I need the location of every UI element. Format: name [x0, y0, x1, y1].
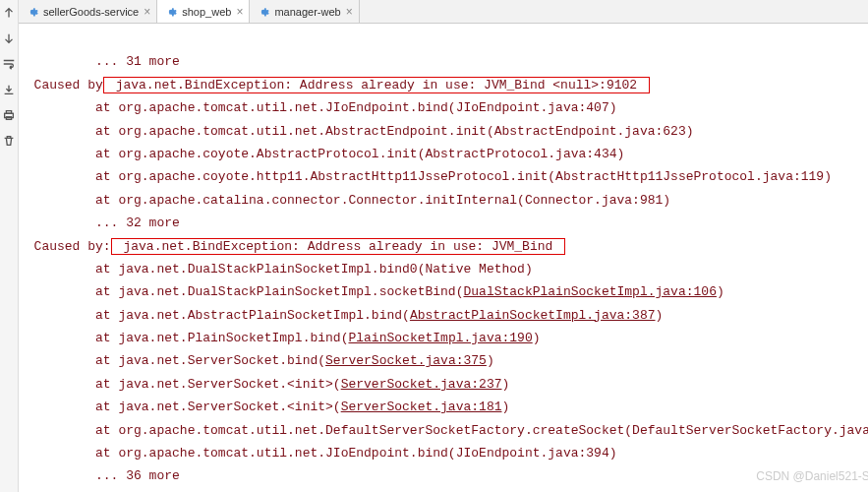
stack-line: at org.apache.tomcat.util.net.AbstractEn…: [19, 124, 694, 139]
boxed-exception: java.net.BindException: Address already …: [111, 238, 565, 255]
stack-line: at org.apache.tomcat.util.net.DefaultSer…: [19, 423, 868, 438]
stack-line: at java.net.DualStackPlainSocketImpl.soc…: [19, 284, 463, 299]
trash-icon[interactable]: [0, 132, 18, 150]
tab-shop-web[interactable]: shop_web ×: [157, 0, 250, 23]
stack-line: at org.apache.coyote.http11.AbstractHttp…: [19, 169, 832, 184]
stack-line: Caused by:: [19, 239, 111, 254]
stack-line: at java.net.ServerSocket.<init>(: [19, 400, 341, 414]
stack-line: Caused by: [19, 78, 103, 92]
stack-line: at java.net.ServerSocket.bind(: [19, 353, 325, 368]
stack-line: at org.apache.catalina.connector.Connect…: [19, 193, 670, 208]
source-link[interactable]: AbstractPlainSocketImpl.java:387: [410, 308, 656, 323]
boxed-exception: java.net.BindException: Address already …: [103, 77, 650, 93]
tab-label: sellerGoods-service: [43, 6, 139, 18]
tab-manager-web[interactable]: manager-web ×: [250, 0, 359, 23]
svg-rect-1: [6, 111, 11, 114]
stack-line: ... 31 more: [19, 54, 180, 69]
stack-line: ): [501, 400, 509, 414]
stack-line: ): [717, 284, 724, 299]
gutter-rail: [0, 0, 19, 492]
gear-icon: [165, 6, 177, 18]
stack-line: ): [501, 377, 509, 392]
tab-label: shop_web: [182, 6, 231, 18]
source-link[interactable]: PlainSocketImpl.java:190: [348, 331, 532, 345]
scroll-lock-icon[interactable]: [0, 81, 18, 98]
gear-icon: [258, 6, 269, 18]
main-area: sellerGoods-service × shop_web × manager…: [19, 0, 868, 492]
arrow-up-icon[interactable]: [0, 4, 18, 22]
tab-bar: sellerGoods-service × shop_web × manager…: [19, 0, 868, 24]
watermark: CSDN @Daniel521-Spark: [756, 466, 868, 488]
stack-line: at org.apache.tomcat.util.net.JIoEndpoin…: [19, 446, 617, 461]
close-icon[interactable]: ×: [236, 6, 243, 18]
source-link[interactable]: ServerSocket.java:237: [341, 377, 502, 392]
stack-line: ): [656, 308, 664, 323]
close-icon[interactable]: ×: [346, 6, 353, 18]
arrow-down-icon[interactable]: [0, 30, 18, 47]
stack-line: at java.net.DualStackPlainSocketImpl.bin…: [19, 262, 533, 277]
source-link[interactable]: ServerSocket.java:375: [325, 353, 487, 368]
gear-icon: [27, 6, 38, 18]
tab-seller-goods[interactable]: sellerGoods-service ×: [19, 0, 157, 23]
stack-line: ): [533, 331, 541, 345]
tab-label: manager-web: [274, 6, 340, 18]
stack-line: ... 36 more: [19, 468, 180, 483]
wrap-icon[interactable]: [0, 55, 18, 73]
close-icon[interactable]: ×: [144, 6, 150, 18]
source-link[interactable]: ServerSocket.java:181: [341, 400, 502, 414]
stack-line: at java.net.PlainSocketImpl.bind(: [19, 331, 348, 345]
print-icon[interactable]: [0, 106, 18, 124]
stack-line: at org.apache.tomcat.util.net.JIoEndpoin…: [19, 100, 617, 115]
console-output[interactable]: ... 31 more Caused by java.net.BindExcep…: [19, 24, 868, 492]
source-link[interactable]: DualStackPlainSocketImpl.java:106: [463, 284, 716, 299]
stack-line: at java.net.AbstractPlainSocketImpl.bind…: [19, 308, 410, 323]
stack-line: ): [487, 353, 494, 368]
stack-line: at java.net.ServerSocket.<init>(: [19, 377, 341, 392]
stack-line: at org.apache.coyote.AbstractProtocol.in…: [19, 147, 624, 161]
stack-line: ... 32 more: [19, 215, 180, 230]
